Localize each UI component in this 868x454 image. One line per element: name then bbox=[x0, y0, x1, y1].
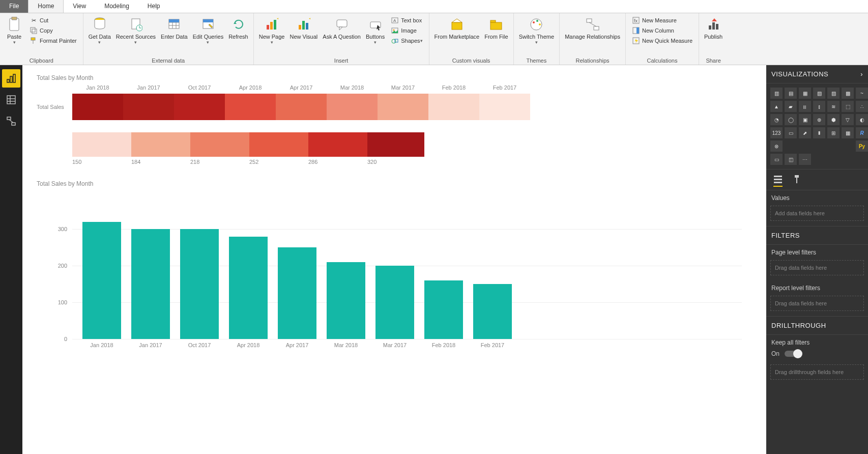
menu-view[interactable]: View bbox=[64, 0, 95, 13]
svg-text:✦: ✦ bbox=[276, 18, 278, 22]
viz-donut[interactable]: ◯ bbox=[785, 114, 797, 125]
viz-line[interactable]: ~ bbox=[856, 88, 868, 99]
drillthrough-dropzone[interactable]: Drag drillthrough fields here bbox=[770, 364, 864, 380]
viz-treemap[interactable]: ▣ bbox=[799, 114, 811, 125]
heatmap-x-label: Jan 2018 bbox=[72, 84, 123, 91]
rail-report-icon[interactable] bbox=[2, 69, 20, 88]
viz-100-column[interactable]: ▩ bbox=[842, 88, 854, 99]
menu-help[interactable]: Help bbox=[138, 0, 169, 13]
rail-data-icon[interactable] bbox=[2, 91, 20, 109]
copy-button[interactable]: Copy bbox=[26, 25, 80, 36]
bar-title: Total Sales by Month bbox=[37, 180, 752, 187]
viz-kpi[interactable]: ⬈ bbox=[799, 127, 811, 138]
svg-rect-38 bbox=[452, 22, 462, 30]
menu-modeling[interactable]: Modeling bbox=[95, 0, 138, 13]
format-tab-icon[interactable] bbox=[793, 173, 802, 187]
values-dropzone[interactable]: Add data fields here bbox=[770, 206, 864, 221]
viz-stacked-area[interactable]: ▰ bbox=[785, 101, 797, 112]
viz-stacked-bar[interactable]: ▥ bbox=[770, 88, 783, 99]
menu-file[interactable]: File bbox=[0, 0, 28, 13]
report-canvas[interactable]: Total Sales by Month Jan 2018Jan 2017Oct… bbox=[22, 65, 766, 454]
drillthrough-title: DRILLTHROUGH bbox=[771, 322, 826, 329]
heatmap-visual[interactable]: Jan 2018Jan 2017Oct 2017Apr 2018Apr 2017… bbox=[37, 84, 752, 165]
viz-key-influencer[interactable]: ◫ bbox=[785, 154, 797, 165]
buttons-button[interactable]: Buttons▾ bbox=[364, 15, 387, 46]
manage-relationships-button[interactable]: Manage Relationships bbox=[563, 15, 622, 41]
viz-slicer[interactable]: ⬍ bbox=[813, 127, 825, 138]
publish-button[interactable]: Publish bbox=[702, 15, 725, 41]
viz-matrix[interactable]: ▦ bbox=[842, 127, 854, 138]
new-visual-button[interactable]: ✦New Visual bbox=[287, 15, 320, 41]
from-file-button[interactable]: From File bbox=[482, 15, 510, 41]
svg-point-43 bbox=[533, 21, 535, 23]
viz-table[interactable]: ⊞ bbox=[827, 127, 840, 138]
bar-visual[interactable]: 0100200300Jan 2018Jan 2017Oct 2017Apr 20… bbox=[37, 212, 752, 354]
viz-clustered-bar[interactable]: ▤ bbox=[785, 88, 797, 99]
viz-scatter[interactable]: ∴ bbox=[856, 101, 868, 112]
new-quick-measure-button[interactable]: New Quick Measure bbox=[629, 36, 696, 46]
recent-icon bbox=[128, 16, 144, 33]
viz-multi-card[interactable]: ▭ bbox=[785, 127, 797, 138]
viz-area[interactable]: ▲ bbox=[770, 101, 783, 112]
viz-more[interactable]: ⋯ bbox=[799, 154, 811, 165]
page-filters-label: Page level filters bbox=[766, 245, 868, 258]
report-filters-dropzone[interactable]: Drag data fields here bbox=[770, 296, 864, 311]
new-measure-button[interactable]: fxNew Measure bbox=[629, 15, 696, 25]
viz-pie[interactable]: ◔ bbox=[770, 114, 783, 125]
shapes-button[interactable]: Shapes ▾ bbox=[388, 36, 425, 46]
viz-stacked-column[interactable]: ▦ bbox=[799, 88, 811, 99]
viz-funnel[interactable]: ▽ bbox=[842, 114, 854, 125]
viz-filled-map[interactable]: ⬢ bbox=[827, 114, 840, 125]
svg-rect-71 bbox=[774, 182, 782, 183]
filters-title: FILTERS bbox=[771, 232, 800, 239]
viz-line-column[interactable]: ⫼ bbox=[799, 101, 811, 112]
menu-home[interactable]: Home bbox=[28, 0, 64, 13]
viz-100-bar[interactable]: ▨ bbox=[827, 88, 840, 99]
heatmap-x-label: Oct 2017 bbox=[174, 84, 225, 91]
paste-button[interactable]: Paste ▾ bbox=[3, 15, 25, 46]
viz-clustered-column[interactable]: ▧ bbox=[813, 88, 825, 99]
viz-r-script[interactable]: R bbox=[856, 127, 868, 138]
recent-sources-button[interactable]: Recent Sources▾ bbox=[114, 15, 158, 46]
svg-rect-72 bbox=[795, 175, 799, 178]
svg-rect-56 bbox=[712, 22, 715, 30]
viz-waterfall[interactable]: ⬚ bbox=[842, 101, 854, 112]
svg-rect-40 bbox=[490, 22, 502, 30]
heatmap-x-label: Feb 2018 bbox=[428, 84, 479, 91]
svg-line-48 bbox=[589, 22, 596, 26]
viz-gauge[interactable]: ◐ bbox=[856, 114, 868, 125]
bar-column bbox=[131, 229, 170, 339]
svg-rect-59 bbox=[7, 79, 9, 82]
svg-rect-57 bbox=[716, 24, 718, 30]
refresh-button[interactable]: Refresh bbox=[226, 15, 250, 41]
enter-data-button[interactable]: Enter Data bbox=[159, 15, 190, 41]
collapse-panel-icon[interactable]: › bbox=[860, 70, 863, 78]
edit-queries-button[interactable]: Edit Queries▾ bbox=[191, 15, 226, 46]
viz-map[interactable]: ⊕ bbox=[813, 114, 825, 125]
viz-line-clustered[interactable]: ⫿ bbox=[813, 101, 825, 112]
from-marketplace-button[interactable]: From Marketplace bbox=[432, 15, 482, 41]
relationships-icon bbox=[585, 16, 601, 33]
viz-card[interactable]: 123 bbox=[770, 127, 783, 138]
switch-theme-button[interactable]: Switch Theme▾ bbox=[517, 15, 557, 46]
keep-all-filters-toggle[interactable]: On bbox=[766, 348, 868, 362]
format-painter-button[interactable]: Format Painter bbox=[26, 36, 80, 46]
viz-ribbon[interactable]: ≋ bbox=[827, 101, 840, 112]
new-column-button[interactable]: New Column bbox=[629, 25, 696, 36]
rail-model-icon[interactable] bbox=[2, 112, 20, 130]
textbox-button[interactable]: AText box bbox=[388, 15, 425, 25]
image-button[interactable]: Image bbox=[388, 25, 425, 36]
fields-tab-icon[interactable] bbox=[773, 173, 783, 187]
svg-rect-70 bbox=[774, 179, 782, 180]
new-page-button[interactable]: ✦New Page▾ bbox=[257, 15, 287, 46]
page-filters-dropzone[interactable]: Drag data fields here bbox=[770, 260, 864, 275]
svg-rect-24 bbox=[299, 25, 301, 30]
viz-arc-map[interactable]: ⊛ bbox=[770, 140, 783, 152]
ask-question-button[interactable]: Ask A Question bbox=[321, 15, 363, 41]
cut-button[interactable]: ✂Cut bbox=[26, 15, 80, 25]
bar-column bbox=[229, 237, 268, 339]
get-data-button[interactable]: Get Data▾ bbox=[86, 15, 113, 46]
bar-column bbox=[424, 280, 463, 339]
viz-shape-map[interactable]: ▭ bbox=[770, 154, 783, 165]
viz-python[interactable]: Py bbox=[856, 140, 868, 152]
